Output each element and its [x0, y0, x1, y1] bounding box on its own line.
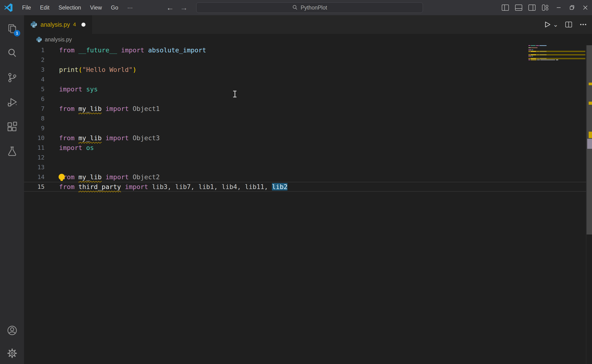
command-center-search[interactable]: PythonPlot [196, 2, 423, 13]
code-line[interactable]: 8 [24, 114, 586, 123]
close-window-button[interactable] [579, 0, 592, 15]
search-icon [7, 48, 18, 58]
line-number: 10 [24, 133, 45, 143]
line-number: 7 [24, 104, 45, 114]
menu-selection[interactable]: Selection [54, 5, 86, 11]
forward-arrow-icon[interactable]: → [180, 3, 188, 12]
customize-layout-button[interactable] [539, 0, 552, 15]
vscode-logo-icon [4, 3, 13, 12]
code-line[interactable]: 7from my_lib import Object1 [24, 104, 586, 114]
line-number: 13 [24, 162, 45, 172]
line-number: 1 [24, 45, 45, 55]
more-actions-button[interactable] [579, 21, 587, 28]
python-file-icon [30, 21, 37, 28]
line-number: 15 [24, 182, 45, 192]
git-branch-icon [7, 72, 18, 83]
settings-gear-button[interactable] [0, 343, 24, 364]
minimap-row [528, 59, 558, 60]
menu-more-icon[interactable]: ··· [123, 5, 137, 11]
search-view-button[interactable] [0, 41, 24, 65]
run-and-debug-view-button[interactable] [0, 90, 24, 114]
split-editor-button[interactable] [565, 21, 572, 28]
overview-ruler-mark [589, 102, 592, 105]
testing-view-button[interactable] [0, 139, 24, 163]
toggle-secondary-sidebar-button[interactable] [525, 0, 539, 15]
breadcrumb-item-file[interactable]: analysis.py [45, 36, 72, 43]
breadcrumbs: analysis.py [24, 34, 592, 45]
code-line[interactable]: 5import sys [24, 84, 586, 94]
overview-ruler-mark [589, 83, 592, 85]
code-text: print("Hello World") [59, 65, 137, 75]
menu-go[interactable]: Go [106, 5, 123, 11]
code-line[interactable]: 13 [24, 162, 586, 172]
code-text: from __future__ import absolute_import [59, 45, 206, 55]
tab-analysis-py[interactable]: analysis.py 4 [24, 15, 92, 34]
minimap-row [528, 50, 533, 50]
line-number: 3 [24, 65, 45, 75]
minimap-row [528, 45, 546, 46]
minimap-row [528, 47, 537, 48]
accounts-button[interactable] [0, 318, 24, 343]
account-icon [7, 325, 18, 336]
code-text: import os [59, 143, 94, 153]
tab-bar: analysis.py 4 ⌄ [24, 15, 592, 34]
code-line[interactable]: 4 [24, 75, 586, 84]
code-line[interactable]: 1from __future__ import absolute_import [24, 45, 586, 55]
minimize-button[interactable] [552, 0, 565, 15]
code-text: from my_lib import Object3 [59, 133, 160, 143]
minimap-row [528, 51, 585, 52]
python-file-icon [36, 36, 42, 43]
run-python-file-button[interactable]: ⌄ [544, 21, 558, 28]
code-text: from my_lib import Object2 [59, 172, 160, 182]
line-number: 11 [24, 143, 45, 153]
minimap-row [528, 54, 585, 55]
code-line[interactable]: 12 [24, 153, 586, 162]
tab-filename: analysis.py [40, 21, 70, 28]
code-line[interactable]: 10from my_lib import Object3 [24, 133, 586, 143]
code-line[interactable]: 15from third_party import lib3, lib7, li… [24, 182, 586, 192]
code-line[interactable]: 6 [24, 94, 586, 104]
beaker-icon [7, 146, 18, 157]
run-dropdown-chevron-icon[interactable]: ⌄ [553, 22, 558, 27]
search-placeholder: PythonPlot [300, 5, 327, 11]
code-text: from third_party import lib3, lib7, lib1… [59, 182, 287, 192]
restore-button[interactable] [565, 0, 579, 15]
minimap[interactable] [528, 45, 585, 63]
tab-warning-count: 4 [73, 21, 76, 28]
toggle-panel-button[interactable] [512, 0, 525, 15]
editor-scrollbar[interactable] [586, 45, 592, 364]
run-icon [544, 21, 551, 28]
menu-file[interactable]: File [18, 5, 35, 11]
code-line[interactable]: 14from my_lib import Object2 [24, 172, 586, 182]
code-line[interactable]: 2 [24, 55, 586, 65]
extensions-view-button[interactable] [0, 114, 24, 139]
minimap-row [528, 58, 585, 59]
line-number: 4 [24, 75, 45, 84]
menu-view[interactable]: View [85, 5, 106, 11]
code-text: from my_lib import Object1 [59, 104, 160, 114]
source-control-view-button[interactable] [0, 65, 24, 90]
editor[interactable]: 1from __future__ import absolute_import2… [24, 45, 592, 364]
search-icon [292, 5, 298, 11]
overview-ruler-mark [587, 139, 592, 149]
line-number: 9 [24, 123, 45, 133]
code-line[interactable]: 11import os [24, 143, 586, 153]
back-arrow-icon[interactable]: ← [166, 3, 174, 12]
toggle-primary-sidebar-button[interactable] [499, 0, 512, 15]
debug-icon [7, 97, 18, 108]
explorer-view-button[interactable]: 1 [0, 16, 24, 41]
overview-ruler-mark [589, 132, 592, 138]
line-number: 6 [24, 94, 45, 104]
code-lines: 1from __future__ import absolute_import2… [24, 45, 592, 192]
activity-bar: 1 [0, 15, 24, 364]
line-number: 2 [24, 55, 45, 65]
lightbulb-icon[interactable] [58, 174, 65, 182]
modified-dot-icon[interactable] [81, 23, 85, 27]
line-number: 12 [24, 153, 45, 162]
mouse-ibeam-cursor [232, 91, 237, 97]
menu-edit[interactable]: Edit [35, 5, 54, 11]
line-number: 5 [24, 84, 45, 94]
code-line[interactable]: 3print("Hello World") [24, 65, 586, 75]
minimap-row [528, 56, 533, 56]
code-line[interactable]: 9 [24, 123, 586, 133]
